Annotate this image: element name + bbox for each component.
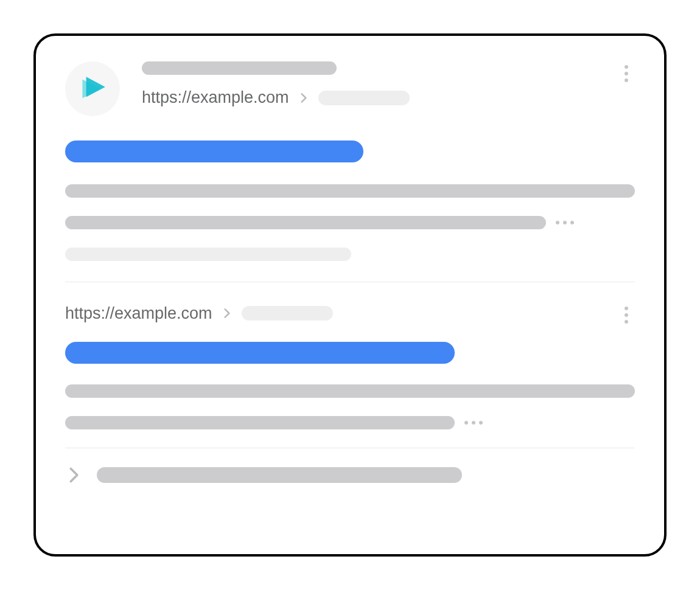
chevron-right-icon	[298, 92, 310, 104]
result-heading-block: https://example.com	[142, 61, 618, 107]
more-options-button[interactable]	[618, 307, 635, 324]
breadcrumb: https://example.com	[65, 304, 618, 323]
breadcrumb: https://example.com	[142, 88, 618, 107]
breadcrumb-segment-placeholder	[318, 91, 410, 105]
ellipsis-icon	[556, 221, 574, 224]
more-options-button[interactable]	[618, 65, 635, 82]
jump-to-row	[65, 467, 635, 484]
divider	[65, 282, 635, 282]
sitelink-result: https://example.com	[65, 303, 635, 484]
ellipsis-icon	[464, 421, 483, 425]
divider	[65, 448, 635, 448]
site-name-placeholder	[142, 61, 337, 75]
chevron-right-icon	[221, 307, 233, 319]
snippet-line	[65, 216, 546, 229]
site-play-icon	[77, 73, 108, 105]
snippet-line	[65, 184, 635, 198]
result-snippet	[65, 384, 635, 429]
result-url[interactable]: https://example.com	[65, 304, 212, 323]
svg-marker-1	[86, 77, 105, 97]
result-title-link[interactable]	[65, 141, 363, 162]
result-title-link[interactable]	[65, 342, 455, 364]
snippet-line	[65, 416, 455, 429]
site-favicon	[65, 61, 120, 116]
result-snippet	[65, 184, 635, 261]
chevron-right-icon	[65, 467, 82, 484]
result-header: https://example.com	[65, 61, 635, 116]
result-meta-placeholder	[65, 248, 351, 261]
result-url[interactable]: https://example.com	[142, 88, 289, 107]
more-vertical-icon	[625, 72, 628, 75]
search-result-card: https://example.com	[33, 33, 667, 557]
breadcrumb-segment-placeholder	[242, 306, 333, 321]
more-vertical-icon	[625, 313, 628, 317]
jump-to-link[interactable]	[97, 467, 462, 483]
snippet-line	[65, 384, 635, 398]
